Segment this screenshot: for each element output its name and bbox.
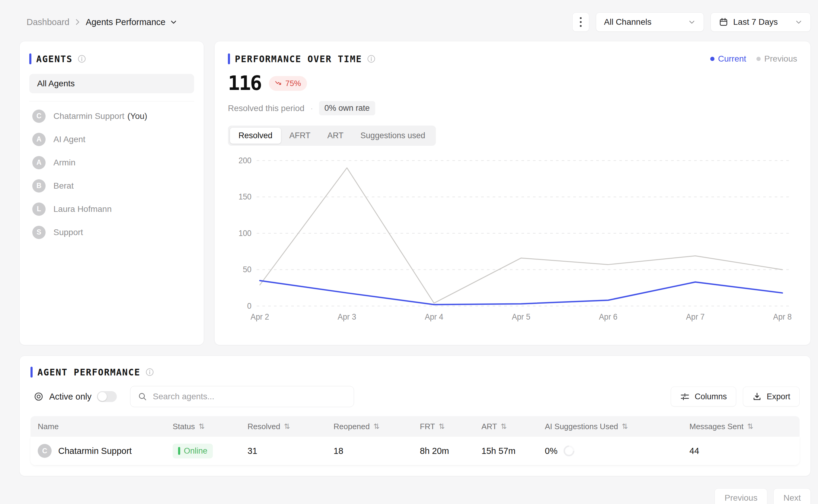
avatar: S	[32, 226, 46, 239]
agent-suffix: (You)	[127, 111, 147, 121]
channels-filter-value: All Channels	[604, 17, 651, 27]
chevron-down-icon	[795, 18, 803, 26]
sort-icon[interactable]: ⇅	[747, 422, 753, 431]
more-options-button[interactable]	[572, 12, 589, 32]
top-bar: Dashboard Agents Performance All Channel…	[19, 12, 811, 32]
topbar-controls: All Channels Last 7 Days	[572, 12, 811, 32]
sidebar-item-agent[interactable]: L Laura Hofmann	[29, 197, 194, 221]
sort-icon[interactable]: ⇅	[199, 422, 205, 431]
sidebar-item-agent[interactable]: A Armin	[29, 151, 194, 174]
columns-button[interactable]: Columns	[671, 387, 736, 407]
sidebar-item-agent[interactable]: C Chatarmin Support(You)	[29, 104, 194, 128]
table-row[interactable]: C Chatarmin Support Online 31 18 8h 20m …	[30, 437, 800, 465]
legend-current[interactable]: Current	[710, 54, 746, 64]
legend-dot-previous	[756, 57, 761, 61]
agent-name: Support	[53, 228, 83, 237]
legend-previous[interactable]: Previous	[756, 54, 797, 64]
breadcrumb: Dashboard Agents Performance	[27, 17, 177, 27]
column-header-resolved: Resolved⇅	[248, 422, 334, 431]
sidebar-item-agent[interactable]: S Support	[29, 221, 194, 244]
date-range-select[interactable]: Last 7 Days	[711, 12, 811, 32]
svg-text:50: 50	[243, 265, 252, 274]
agent-name: Armin	[53, 158, 75, 167]
metric-tabs: Resolved AFRT ART Suggestions used	[228, 126, 436, 146]
sort-icon[interactable]: ⇅	[622, 422, 628, 431]
svg-text:Apr 3: Apr 3	[338, 312, 356, 321]
export-button[interactable]: Export	[743, 387, 800, 407]
page-title: Agents Performance	[86, 17, 165, 27]
sliders-icon	[680, 392, 690, 401]
trend-badge: 75%	[269, 76, 307, 91]
avatar: C	[38, 444, 52, 458]
column-header-ai-suggestions: AI Suggestions Used⇅	[545, 422, 689, 431]
next-button[interactable]: Next	[773, 488, 811, 504]
sort-icon[interactable]: ⇅	[373, 422, 379, 431]
avatar: L	[32, 203, 46, 216]
date-range-value: Last 7 Days	[733, 17, 778, 27]
agents-panel-title: AGENTS	[36, 54, 72, 64]
sidebar-item-agent[interactable]: A AI Agent	[29, 128, 194, 151]
info-icon[interactable]	[145, 368, 154, 377]
sort-icon[interactable]: ⇅	[439, 422, 445, 431]
column-header-messages-sent: Messages Sent⇅	[689, 422, 792, 431]
agents-performance-page: Dashboard Agents Performance All Channel…	[0, 0, 818, 504]
sort-icon[interactable]: ⇅	[284, 422, 290, 431]
tab-suggestions-used[interactable]: Suggestions used	[352, 128, 434, 144]
column-header-status: Status⇅	[173, 422, 248, 431]
sort-icon[interactable]: ⇅	[501, 422, 507, 431]
svg-text:Apr 5: Apr 5	[512, 312, 530, 321]
agent-name: Chatarmin Support	[53, 111, 124, 121]
channels-filter-select[interactable]: All Channels	[596, 12, 704, 32]
metric-label: Resolved this period	[228, 104, 305, 113]
tab-resolved[interactable]: Resolved	[230, 128, 281, 144]
svg-text:200: 200	[238, 156, 251, 165]
avatar: C	[32, 110, 46, 123]
tab-afrt[interactable]: AFRT	[281, 128, 319, 144]
column-header-frt: FRT⇅	[420, 422, 481, 431]
own-rate-badge: 0% own rate	[319, 101, 375, 115]
breadcrumb-current-dropdown[interactable]: Agents Performance	[86, 17, 177, 27]
info-icon[interactable]	[367, 54, 376, 63]
accent-bar	[29, 53, 31, 64]
svg-text:Apr 6: Apr 6	[599, 312, 617, 321]
eye-icon	[34, 391, 44, 402]
online-indicator	[178, 447, 180, 455]
search-input[interactable]	[153, 392, 347, 401]
cell-messages-sent: 44	[689, 446, 792, 456]
tab-art[interactable]: ART	[319, 128, 352, 144]
agent-performance-title: AGENT PERFORMANCE	[37, 367, 140, 378]
svg-text:Apr 4: Apr 4	[425, 312, 443, 321]
svg-text:0: 0	[247, 301, 251, 311]
agent-name: Berat	[53, 181, 74, 191]
svg-text:Apr 2: Apr 2	[251, 312, 269, 321]
table-controls: Active only	[30, 386, 800, 407]
breadcrumb-dashboard[interactable]: Dashboard	[27, 17, 69, 27]
svg-text:100: 100	[238, 228, 251, 238]
column-header-reopened: Reopened⇅	[334, 422, 420, 431]
sidebar-item-all-agents[interactable]: All Agents	[29, 74, 194, 93]
accent-bar	[228, 53, 230, 64]
active-only-control: Active only	[34, 391, 117, 402]
info-icon[interactable]	[77, 54, 86, 63]
cell-status: Online	[173, 444, 248, 458]
chevron-down-icon	[688, 18, 696, 26]
active-only-toggle[interactable]	[97, 391, 117, 402]
cell-resolved: 31	[248, 446, 334, 456]
previous-button[interactable]: Previous	[714, 488, 767, 504]
cell-name: C Chatarmin Support	[38, 444, 173, 458]
table-header-row: Name Status⇅ Resolved⇅ Reopened⇅ FRT⇅ AR…	[30, 416, 800, 437]
column-header-name: Name	[38, 422, 173, 431]
cell-art: 15h 57m	[481, 446, 545, 456]
cell-ai-suggestions: 0%	[545, 445, 689, 456]
legend-dot-current	[710, 57, 714, 61]
svg-text:Apr 8: Apr 8	[773, 312, 791, 321]
download-icon	[752, 392, 762, 401]
agent-performance-table: Name Status⇅ Resolved⇅ Reopened⇅ FRT⇅ AR…	[30, 416, 800, 465]
performance-line-chart[interactable]: 050100150200Apr 2Apr 3Apr 4Apr 5Apr 6Apr…	[228, 151, 797, 332]
pagination: Previous Next	[19, 488, 811, 504]
sidebar-item-agent[interactable]: B Berat	[29, 174, 194, 197]
calendar-icon	[719, 17, 728, 27]
cell-reopened: 18	[334, 446, 420, 456]
chart-legend: Current Previous	[710, 54, 797, 64]
avatar: B	[32, 179, 46, 193]
